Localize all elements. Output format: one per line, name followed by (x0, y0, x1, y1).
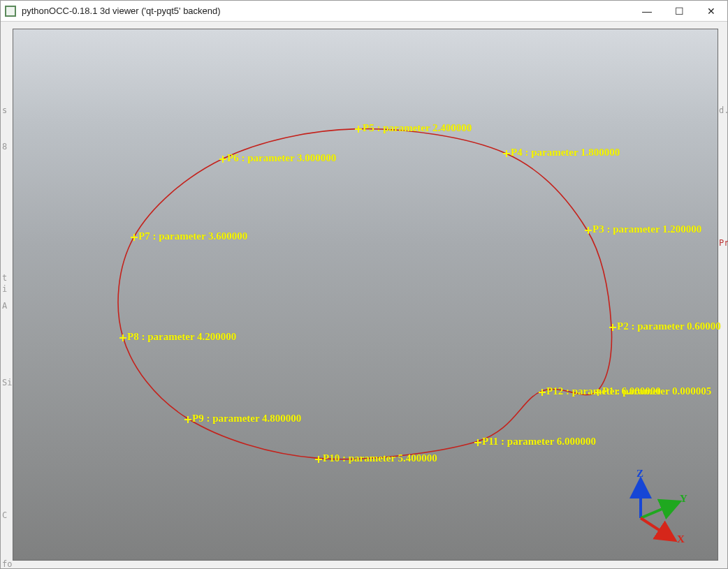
bg-fragment: fo (2, 559, 12, 569)
axis-z-label: Z (636, 468, 643, 480)
client-area: s8tiASiCfod.Prdisplay.DisplayShape(ci P1… (1, 22, 727, 569)
point-label-p3: P3 : parameter 1.200000 (592, 223, 701, 235)
point-label-p7: P7 : parameter 3.600000 (138, 230, 247, 242)
titlebar[interactable]: pythonOCC-0.18.1 3d viewer ('qt-pyqt5' b… (1, 1, 727, 22)
app-icon (5, 6, 16, 17)
point-label-p9: P9 : parameter 4.800000 (192, 413, 301, 424)
point-marker-p5 (355, 126, 362, 133)
point-marker-p4 (503, 150, 510, 157)
point-label-p10: P10 : parameter 5.400000 (323, 452, 437, 464)
point-label-p12: P12 : parameter 6.000000 (546, 385, 661, 397)
point-marker-p3 (585, 227, 592, 234)
3d-viewer[interactable]: P1 : parameter 0.000005P2 : parameter 0.… (13, 29, 718, 561)
point-marker-p6 (219, 156, 226, 163)
point-label-p2: P2 : parameter 0.60000 (617, 320, 721, 332)
svg-line-2 (641, 518, 673, 539)
curve-shape (13, 29, 718, 560)
bg-fragment: C (2, 510, 7, 520)
maximize-button[interactable]: ☐ (663, 1, 695, 21)
point-marker-p2 (609, 324, 616, 331)
close-button[interactable]: ✕ (695, 1, 727, 21)
point-label-p6: P6 : parameter 3.000000 (227, 152, 336, 164)
bg-fragment: Pr (719, 238, 728, 248)
point-marker-p12 (539, 389, 546, 396)
bg-fragment: A (2, 301, 7, 311)
point-marker-p10 (315, 456, 322, 463)
app-window: pythonOCC-0.18.1 3d viewer ('qt-pyqt5' b… (0, 0, 728, 569)
point-label-p5: P5 : parameter 2.400000 (363, 122, 472, 134)
axis-trihedron: Z Y X (613, 469, 690, 546)
bg-fragment: 8 (2, 142, 7, 152)
point-label-p11: P11 : parameter 6.000000 (482, 436, 596, 448)
window-controls: — ☐ ✕ (631, 1, 727, 21)
svg-line-1 (641, 503, 677, 518)
point-marker-p11 (474, 439, 481, 446)
bg-fragment: Si (2, 378, 12, 387)
point-label-p4: P4 : parameter 1.800000 (511, 147, 620, 158)
axis-x-label: X (677, 533, 685, 545)
window-title: pythonOCC-0.18.1 3d viewer ('qt-pyqt5' b… (22, 6, 631, 16)
minimize-button[interactable]: — (631, 1, 663, 21)
bg-fragment: d. (719, 105, 728, 115)
point-marker-p9 (184, 416, 191, 423)
point-marker-p7 (131, 234, 138, 241)
point-marker-p8 (119, 334, 126, 341)
bg-fragment: i (2, 284, 7, 294)
point-label-p8: P8 : parameter 4.200000 (127, 331, 236, 343)
bg-fragment: s (2, 105, 7, 115)
point-marker-p1 (595, 389, 602, 396)
bg-fragment: t (2, 273, 7, 283)
axis-y-label: Y (680, 493, 687, 505)
point-label-p1: P1 : parameter 0.000005 (602, 385, 711, 397)
